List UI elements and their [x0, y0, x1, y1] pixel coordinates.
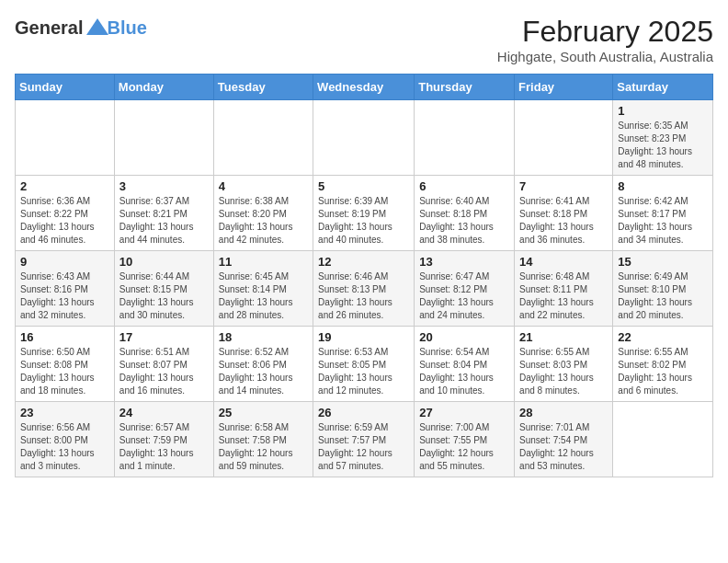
- table-row: 17Sunrise: 6:51 AM Sunset: 8:07 PM Dayli…: [114, 327, 213, 402]
- day-number: 2: [20, 179, 109, 193]
- table-row: 14Sunrise: 6:48 AM Sunset: 8:11 PM Dayli…: [515, 251, 613, 327]
- day-number: 7: [519, 179, 608, 193]
- table-row: [515, 100, 613, 176]
- table-row: [213, 100, 313, 176]
- day-number: 6: [419, 179, 509, 193]
- day-info: Sunrise: 6:47 AM Sunset: 8:12 PM Dayligh…: [419, 270, 509, 322]
- table-row: 9Sunrise: 6:43 AM Sunset: 8:16 PM Daylig…: [16, 251, 115, 327]
- day-info: Sunrise: 6:46 AM Sunset: 8:13 PM Dayligh…: [318, 270, 409, 322]
- table-row: 19Sunrise: 6:53 AM Sunset: 8:05 PM Dayli…: [313, 327, 415, 402]
- day-number: 28: [519, 406, 608, 419]
- day-number: 27: [419, 406, 509, 419]
- table-row: 11Sunrise: 6:45 AM Sunset: 8:14 PM Dayli…: [213, 251, 313, 327]
- day-number: 14: [519, 255, 608, 269]
- logo: General Blue: [15, 15, 147, 40]
- day-info: Sunrise: 6:58 AM Sunset: 7:58 PM Dayligh…: [219, 421, 308, 473]
- day-number: 5: [318, 179, 409, 193]
- calendar-header-row: Sunday Monday Tuesday Wednesday Thursday…: [16, 75, 713, 100]
- day-number: 8: [618, 179, 708, 193]
- table-row: 24Sunrise: 6:57 AM Sunset: 7:59 PM Dayli…: [114, 402, 213, 477]
- day-info: Sunrise: 6:59 AM Sunset: 7:57 PM Dayligh…: [318, 421, 409, 473]
- header-friday: Friday: [515, 75, 613, 100]
- day-info: Sunrise: 6:50 AM Sunset: 8:08 PM Dayligh…: [20, 346, 109, 397]
- day-info: Sunrise: 7:01 AM Sunset: 7:54 PM Dayligh…: [519, 421, 608, 473]
- day-info: Sunrise: 6:54 AM Sunset: 8:04 PM Dayligh…: [419, 346, 509, 397]
- table-row: 3Sunrise: 6:37 AM Sunset: 8:21 PM Daylig…: [114, 176, 213, 251]
- table-row: 10Sunrise: 6:44 AM Sunset: 8:15 PM Dayli…: [114, 251, 213, 327]
- day-info: Sunrise: 6:43 AM Sunset: 8:16 PM Dayligh…: [20, 270, 109, 322]
- day-info: Sunrise: 6:44 AM Sunset: 8:15 PM Dayligh…: [119, 270, 209, 322]
- day-number: 21: [519, 330, 608, 344]
- day-number: 22: [618, 330, 708, 344]
- table-row: 1Sunrise: 6:35 AM Sunset: 8:23 PM Daylig…: [613, 100, 713, 176]
- svg-marker-0: [86, 18, 108, 35]
- calendar-week-row: 2Sunrise: 6:36 AM Sunset: 8:22 PM Daylig…: [16, 176, 713, 251]
- table-row: 27Sunrise: 7:00 AM Sunset: 7:55 PM Dayli…: [415, 402, 515, 477]
- day-info: Sunrise: 6:42 AM Sunset: 8:17 PM Dayligh…: [618, 195, 708, 247]
- day-info: Sunrise: 6:55 AM Sunset: 8:03 PM Dayligh…: [519, 346, 608, 397]
- header-thursday: Thursday: [415, 75, 515, 100]
- table-row: 25Sunrise: 6:58 AM Sunset: 7:58 PM Dayli…: [213, 402, 313, 477]
- calendar-week-row: 23Sunrise: 6:56 AM Sunset: 8:00 PM Dayli…: [16, 402, 713, 477]
- table-row: 16Sunrise: 6:50 AM Sunset: 8:08 PM Dayli…: [16, 327, 115, 402]
- day-number: 18: [219, 330, 308, 344]
- day-number: 15: [618, 255, 708, 269]
- header-saturday: Saturday: [613, 75, 713, 100]
- day-number: 10: [119, 255, 209, 269]
- day-info: Sunrise: 6:36 AM Sunset: 8:22 PM Dayligh…: [20, 195, 109, 247]
- table-row: 22Sunrise: 6:55 AM Sunset: 8:02 PM Dayli…: [613, 327, 713, 402]
- calendar-table: Sunday Monday Tuesday Wednesday Thursday…: [15, 74, 713, 477]
- table-row: 15Sunrise: 6:49 AM Sunset: 8:10 PM Dayli…: [613, 251, 713, 327]
- day-number: 20: [419, 330, 509, 344]
- table-row: 4Sunrise: 6:38 AM Sunset: 8:20 PM Daylig…: [213, 176, 313, 251]
- header-monday: Monday: [114, 75, 213, 100]
- calendar-week-row: 1Sunrise: 6:35 AM Sunset: 8:23 PM Daylig…: [16, 100, 713, 176]
- table-row: 18Sunrise: 6:52 AM Sunset: 8:06 PM Dayli…: [213, 327, 313, 402]
- table-row: 2Sunrise: 6:36 AM Sunset: 8:22 PM Daylig…: [16, 176, 115, 251]
- day-info: Sunrise: 6:41 AM Sunset: 8:18 PM Dayligh…: [519, 195, 608, 247]
- day-info: Sunrise: 6:55 AM Sunset: 8:02 PM Dayligh…: [618, 346, 708, 397]
- day-info: Sunrise: 6:48 AM Sunset: 8:11 PM Dayligh…: [519, 270, 608, 322]
- location-title: Highgate, South Australia, Australia: [497, 49, 713, 64]
- header-wednesday: Wednesday: [313, 75, 415, 100]
- day-number: 13: [419, 255, 509, 269]
- table-row: 8Sunrise: 6:42 AM Sunset: 8:17 PM Daylig…: [613, 176, 713, 251]
- calendar-week-row: 9Sunrise: 6:43 AM Sunset: 8:16 PM Daylig…: [16, 251, 713, 327]
- day-info: Sunrise: 6:38 AM Sunset: 8:20 PM Dayligh…: [219, 195, 308, 247]
- day-number: 16: [20, 330, 109, 344]
- table-row: [114, 100, 213, 176]
- table-row: [313, 100, 415, 176]
- day-info: Sunrise: 6:37 AM Sunset: 8:21 PM Dayligh…: [119, 195, 209, 247]
- day-number: 25: [219, 406, 308, 419]
- table-row: 7Sunrise: 6:41 AM Sunset: 8:18 PM Daylig…: [515, 176, 613, 251]
- table-row: 5Sunrise: 6:39 AM Sunset: 8:19 PM Daylig…: [313, 176, 415, 251]
- day-number: 19: [318, 330, 409, 344]
- table-row: 21Sunrise: 6:55 AM Sunset: 8:03 PM Dayli…: [515, 327, 613, 402]
- header-sunday: Sunday: [16, 75, 115, 100]
- day-number: 1: [618, 104, 708, 118]
- table-row: [415, 100, 515, 176]
- day-info: Sunrise: 7:00 AM Sunset: 7:55 PM Dayligh…: [419, 421, 509, 473]
- day-info: Sunrise: 6:53 AM Sunset: 8:05 PM Dayligh…: [318, 346, 409, 397]
- day-info: Sunrise: 6:35 AM Sunset: 8:23 PM Dayligh…: [618, 120, 708, 171]
- logo-general: General: [15, 17, 83, 39]
- title-section: February 2025 Highgate, South Australia,…: [497, 15, 713, 64]
- day-number: 17: [119, 330, 209, 344]
- day-info: Sunrise: 6:40 AM Sunset: 8:18 PM Dayligh…: [419, 195, 509, 247]
- day-info: Sunrise: 6:45 AM Sunset: 8:14 PM Dayligh…: [219, 270, 308, 322]
- table-row: [16, 100, 115, 176]
- table-row: [613, 402, 713, 477]
- day-number: 11: [219, 255, 308, 269]
- day-number: 3: [119, 179, 209, 193]
- table-row: 13Sunrise: 6:47 AM Sunset: 8:12 PM Dayli…: [415, 251, 515, 327]
- day-number: 4: [219, 179, 308, 193]
- header: General Blue February 2025 Highgate, Sou…: [15, 15, 713, 64]
- day-number: 9: [20, 255, 109, 269]
- table-row: 23Sunrise: 6:56 AM Sunset: 8:00 PM Dayli…: [16, 402, 115, 477]
- day-info: Sunrise: 6:52 AM Sunset: 8:06 PM Dayligh…: [219, 346, 308, 397]
- day-number: 12: [318, 255, 409, 269]
- day-info: Sunrise: 6:56 AM Sunset: 8:00 PM Dayligh…: [20, 421, 109, 473]
- day-number: 23: [20, 406, 109, 419]
- day-number: 26: [318, 406, 409, 419]
- day-info: Sunrise: 6:39 AM Sunset: 8:19 PM Dayligh…: [318, 195, 409, 247]
